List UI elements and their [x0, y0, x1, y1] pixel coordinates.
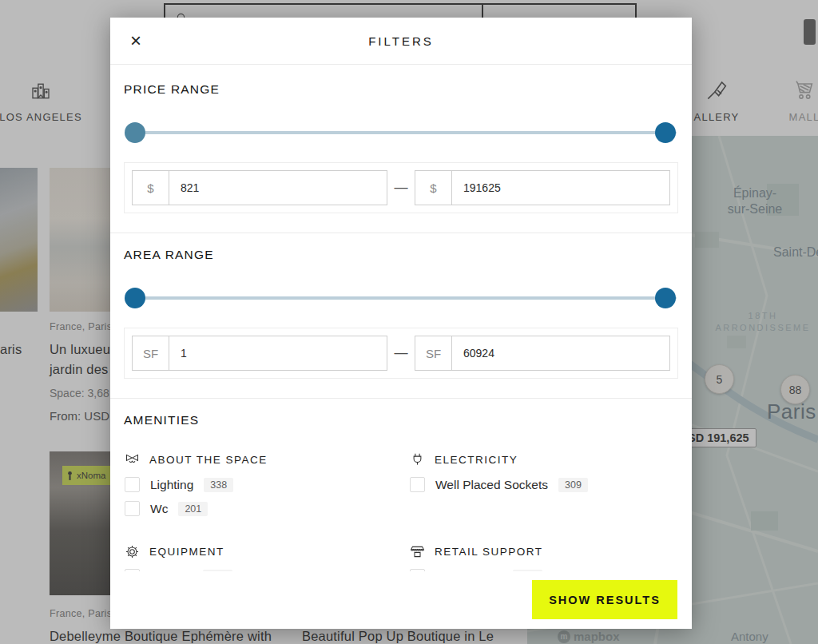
unit-prefix: SF: [133, 336, 169, 370]
amenity-group-title: EQUIPMENT: [149, 546, 224, 558]
price-slider-track[interactable]: [125, 131, 677, 134]
unit-prefix: SF: [415, 336, 452, 370]
currency-prefix: $: [415, 171, 452, 205]
amenity-count-badge: 201: [178, 502, 208, 516]
price-inputs-row: $ — $: [124, 162, 678, 213]
modal-header: × FILTERS: [110, 18, 692, 65]
area-max-input-box: SF: [415, 336, 670, 371]
amenities-heading: AMENITIES: [124, 413, 678, 427]
amenity-item-lighting: Lighting 338: [124, 477, 409, 492]
range-separator: —: [387, 180, 415, 196]
price-max-input-box: $: [415, 170, 670, 205]
well-placed-sockets-checkbox[interactable]: [410, 477, 425, 492]
price-range-heading: PRICE RANGE: [124, 82, 678, 97]
area-range-heading: AREA RANGE: [124, 248, 678, 262]
amenity-count-badge: 338: [204, 478, 233, 492]
area-min-input[interactable]: [169, 336, 387, 370]
section-divider: [110, 233, 692, 233]
area-inputs-row: SF — SF: [124, 328, 678, 379]
range-separator: —: [387, 345, 415, 361]
lighting-checkbox[interactable]: [125, 477, 140, 492]
amenity-group-title: ABOUT THE SPACE: [149, 454, 268, 466]
wc-checkbox[interactable]: [125, 501, 140, 516]
show-results-button[interactable]: SHOW RESULTS: [532, 580, 677, 619]
gear-icon: [124, 543, 141, 560]
amenity-label: Lighting: [150, 478, 193, 492]
amenities-grid: ABOUT THE SPACE Lighting 338 Wc 201: [124, 451, 678, 584]
amenity-group-title: RETAIL SUPPORT: [435, 546, 543, 558]
area-max-input[interactable]: [452, 336, 669, 370]
awning-icon: [409, 543, 426, 560]
area-slider-min-handle[interactable]: [125, 288, 145, 308]
amenity-count-badge: 309: [558, 478, 588, 492]
plug-icon: [409, 451, 426, 468]
flags-icon: [124, 451, 141, 468]
area-slider-track[interactable]: [125, 296, 677, 300]
area-slider-max-handle[interactable]: [655, 288, 676, 308]
amenity-group-electricity: ELECTRICITY Well Placed Sockets 309: [409, 451, 678, 516]
area-min-input-box: SF: [132, 336, 387, 371]
area-range-slider: [124, 288, 678, 308]
price-slider-min-handle[interactable]: [125, 122, 145, 143]
amenity-group-about-the-space: ABOUT THE SPACE Lighting 338 Wc 201: [124, 451, 409, 516]
modal-title: FILTERS: [110, 18, 692, 65]
amenity-item-well-placed-sockets: Well Placed Sockets 309: [409, 477, 678, 492]
amenity-label: Well Placed Sockets: [435, 478, 548, 492]
modal-body: PRICE RANGE $ — $ AREA RANGE: [110, 65, 692, 629]
filters-modal: × FILTERS PRICE RANGE $ — $ AREA RANGE: [110, 18, 692, 629]
section-divider: [110, 398, 692, 399]
close-icon[interactable]: ×: [123, 29, 149, 54]
price-range-slider: [124, 122, 678, 143]
amenity-group-title: ELECTRICITY: [435, 454, 518, 466]
price-min-input[interactable]: [169, 171, 387, 205]
amenity-label: Wc: [150, 502, 168, 516]
currency-prefix: $: [133, 171, 169, 205]
price-max-input[interactable]: [452, 171, 669, 205]
price-min-input-box: $: [132, 170, 387, 205]
modal-footer: SHOW RESULTS: [110, 571, 692, 629]
amenity-item-wc: Wc 201: [124, 501, 409, 516]
price-slider-max-handle[interactable]: [655, 122, 676, 143]
